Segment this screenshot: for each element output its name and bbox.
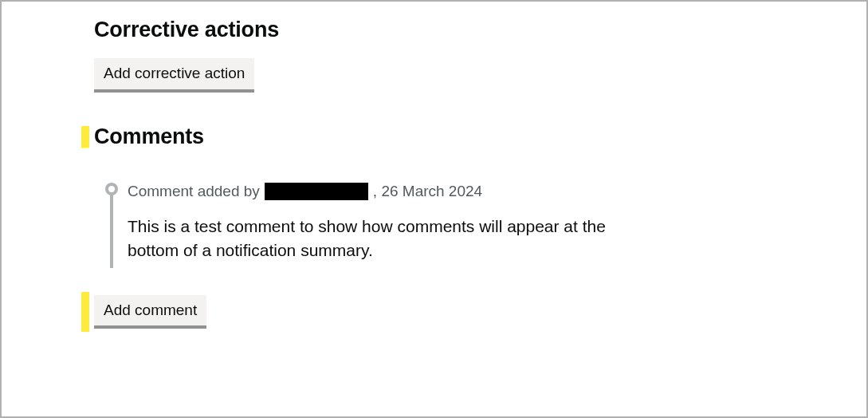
add-comment-wrap: Add comment xyxy=(94,295,206,328)
corrective-actions-heading: Corrective actions xyxy=(94,18,732,42)
main-content: Corrective actions Add corrective action… xyxy=(94,18,732,327)
comments-timeline: Comment added by , 26 March 2024 This is… xyxy=(105,183,732,263)
comment-item: Comment added by , 26 March 2024 This is… xyxy=(128,183,732,263)
comments-heading: Comments xyxy=(94,124,732,149)
add-comment-button[interactable]: Add comment xyxy=(94,295,206,328)
comment-meta-suffix: , 26 March 2024 xyxy=(373,183,482,200)
timeline-connector xyxy=(110,194,113,268)
highlight-marker xyxy=(81,126,89,148)
highlight-marker xyxy=(81,292,89,333)
comment-meta-prefix: Comment added by xyxy=(128,183,260,200)
add-corrective-action-button[interactable]: Add corrective action xyxy=(94,58,254,91)
comment-meta: Comment added by , 26 March 2024 xyxy=(128,183,732,200)
comment-author-redacted xyxy=(265,183,368,200)
corrective-actions-section: Corrective actions Add corrective action xyxy=(94,18,732,91)
comments-heading-wrap: Comments xyxy=(94,124,732,149)
comment-body: This is a test comment to show how comme… xyxy=(128,215,638,263)
timeline-dot-icon xyxy=(105,183,118,195)
